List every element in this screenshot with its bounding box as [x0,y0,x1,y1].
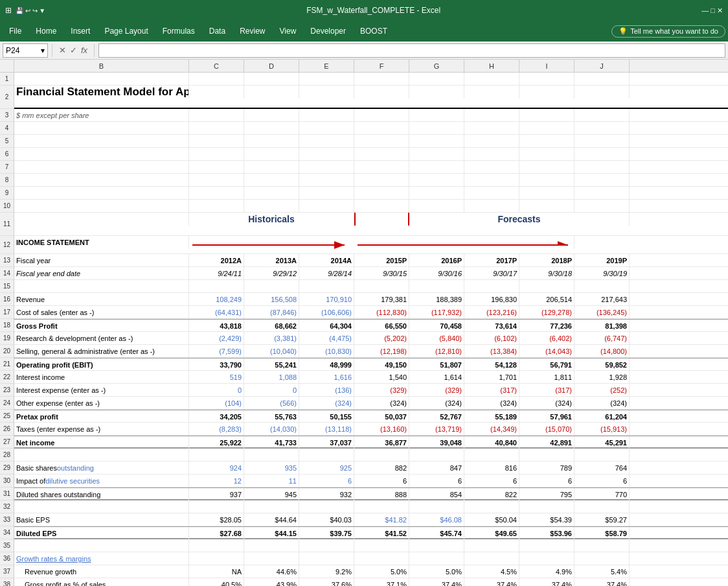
pretax-e[interactable]: 50,155 [299,410,354,423]
menu-review[interactable]: Review [233,24,271,38]
cell-h1[interactable] [464,73,519,86]
tell-me-box[interactable]: 💡 Tell me what you want to do [611,25,725,38]
int-inc-d[interactable]: 1,088 [244,371,299,384]
diluted-eps-label[interactable]: Diluted EPS [14,527,189,540]
int-inc-h[interactable]: 1,701 [464,371,519,384]
cos-i[interactable]: (129,278) [519,306,574,319]
cell-g4[interactable] [409,122,464,135]
gp-pct-d[interactable]: 43.9% [244,578,299,586]
int-exp-c[interactable]: 0 [189,384,244,397]
diluted-eps-i[interactable]: $53.96 [519,527,574,540]
cell-c1[interactable] [189,73,244,86]
rev-growth-i[interactable]: 4.9% [519,565,574,578]
basic-shares-f[interactable]: 882 [354,462,409,475]
menu-file[interactable]: File [3,24,28,38]
col-header-g[interactable]: G [409,60,464,72]
gp-pct-j[interactable]: 37.4% [574,578,630,586]
gp-pct-e[interactable]: 37.6% [299,578,354,586]
gp-d[interactable]: 68,662 [244,320,299,333]
net-income-label[interactable]: Net income [14,436,189,449]
cell-i4[interactable] [519,122,574,135]
date-2015[interactable]: 9/30/15 [354,267,409,280]
dilutive-e[interactable]: 6 [299,475,354,487]
net-income-j[interactable]: 45,291 [574,436,630,449]
basic-shares-d[interactable]: 935 [244,462,299,475]
cell-j3[interactable] [574,109,630,122]
cell-c4[interactable] [189,122,244,135]
rev-growth-h[interactable]: 4.5% [464,565,519,578]
year-2012a[interactable]: 2012A [189,254,244,267]
sga-d[interactable]: (10,040) [244,345,299,358]
confirm-formula-icon[interactable]: ✓ [70,45,77,55]
int-inc-f[interactable]: 1,540 [354,371,409,384]
dilutive-i[interactable]: 6 [519,475,574,487]
date-2019[interactable]: 9/30/19 [574,267,630,280]
basic-eps-h[interactable]: $50.04 [464,513,519,526]
rev-growth-g[interactable]: 5.0% [409,565,464,578]
taxes-h[interactable]: (14,349) [464,423,519,436]
rd-f[interactable]: (5,202) [354,332,409,345]
menu-insert[interactable]: Insert [64,24,97,38]
taxes-label[interactable]: Taxes (enter expense as -) [14,423,189,436]
basic-eps-g[interactable]: $46.08 [409,513,464,526]
cell-h3[interactable] [464,109,519,122]
revenue-f[interactable]: 179,381 [354,293,409,306]
menu-formulas[interactable]: Formulas [156,24,201,38]
diluted-shares-label[interactable]: Diluted shares outstanding [14,488,189,501]
rev-growth-d[interactable]: 44.6% [244,565,299,578]
other-exp-label[interactable]: Other expense (enter as -) [14,397,189,410]
pretax-h[interactable]: 55,189 [464,410,519,423]
basic-shares-h[interactable]: 816 [464,462,519,475]
taxes-e[interactable]: (13,118) [299,423,354,436]
net-income-h[interactable]: 40,840 [464,436,519,449]
diluted-i[interactable]: 795 [519,488,574,501]
sga-j[interactable]: (14,800) [574,345,630,358]
col-header-e[interactable]: E [299,60,354,72]
sga-label[interactable]: Selling, general & administrative (enter… [14,345,189,358]
diluted-eps-f[interactable]: $41.52 [354,527,409,540]
int-inc-e[interactable]: 1,616 [299,371,354,384]
revenue-g[interactable]: 188,389 [409,293,464,306]
net-income-i[interactable]: 42,891 [519,436,574,449]
year-2019p[interactable]: 2019P [574,254,630,267]
pretax-c[interactable]: 34,205 [189,410,244,423]
other-exp-h[interactable]: (324) [464,397,519,410]
dilutive-j[interactable]: 6 [574,475,630,487]
gp-e[interactable]: 64,304 [299,320,354,333]
basic-eps-f[interactable]: $41.82 [354,513,409,526]
pretax-d[interactable]: 55,763 [244,410,299,423]
menu-page-layout[interactable]: Page Layout [98,24,154,38]
date-2014[interactable]: 9/28/14 [299,267,354,280]
taxes-g[interactable]: (13,719) [409,423,464,436]
basic-shares-j[interactable]: 764 [574,462,630,475]
cell-b2[interactable]: Financial Statement Model for Apple [14,86,189,99]
gp-label[interactable]: Gross Profit [14,320,189,333]
gp-pct-h[interactable]: 37.4% [464,578,519,586]
col-header-h[interactable]: H [464,60,519,72]
taxes-i[interactable]: (15,070) [519,423,574,436]
rd-i[interactable]: (6,402) [519,332,574,345]
dilutive-label[interactable]: Impact of dilutive securities [14,475,189,487]
basic-eps-i[interactable]: $54.39 [519,513,574,526]
rev-growth-label[interactable]: Revenue growth [14,565,189,578]
basic-shares-e[interactable]: 925 [299,462,354,475]
gp-pct-f[interactable]: 37.1% [354,578,409,586]
col-header-i[interactable]: I [519,60,574,72]
cell-b3[interactable]: $ mm except per share [14,109,189,122]
year-2014a[interactable]: 2014A [299,254,354,267]
ebit-j[interactable]: 59,852 [574,358,630,371]
cell-f4[interactable] [354,122,409,135]
int-exp-j[interactable]: (252) [574,384,630,397]
diluted-eps-g[interactable]: $45.74 [409,527,464,540]
int-exp-label[interactable]: Interest expense (enter as -) [14,384,189,397]
diluted-g[interactable]: 854 [409,488,464,501]
sga-i[interactable]: (14,043) [519,345,574,358]
diluted-h[interactable]: 822 [464,488,519,501]
gp-g[interactable]: 70,458 [409,320,464,333]
int-exp-i[interactable]: (317) [519,384,574,397]
net-income-e[interactable]: 37,037 [299,436,354,449]
ebit-i[interactable]: 56,791 [519,358,574,371]
dilutive-d[interactable]: 11 [244,475,299,487]
revenue-j[interactable]: 217,643 [574,293,630,306]
ebit-g[interactable]: 51,807 [409,358,464,371]
